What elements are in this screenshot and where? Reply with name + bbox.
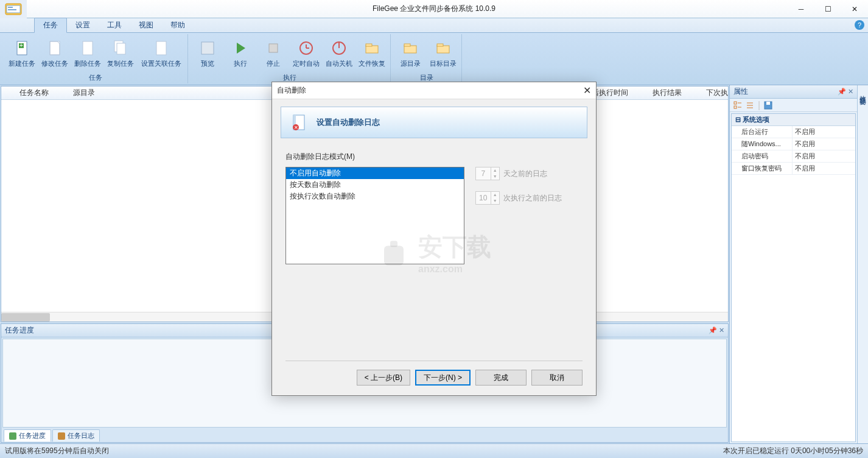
dialog-content: 自动删除日志模式(M) 不启用自动删除 按天数自动删除 按执行次数自动删除 ▲▼… (272, 143, 596, 361)
chevron-down-icon[interactable]: ▼ (491, 198, 499, 204)
dialog-button-row: < 上一步(B) 下一步(N) > 完成 取消 (272, 370, 596, 395)
chevron-down-icon[interactable]: ▼ (491, 174, 499, 180)
cancel-button[interactable]: 取消 (531, 370, 583, 386)
days-spinner[interactable]: ▲▼ (475, 167, 500, 180)
chevron-up-icon[interactable]: ▲ (491, 192, 499, 198)
auto-delete-dialog: 自动删除 ✕ ✕ 设置自动删除日志 自动删除日志模式(M) 不启用自动删除 按天… (271, 82, 597, 396)
chevron-up-icon[interactable]: ▲ (491, 167, 499, 174)
days-input[interactable] (476, 167, 491, 180)
svg-text:✕: ✕ (294, 125, 298, 130)
times-spinner[interactable]: ▲▼ (475, 191, 500, 205)
times-input[interactable] (476, 192, 491, 204)
next-button[interactable]: 下一步(N) > (415, 370, 471, 386)
finish-button[interactable]: 完成 (475, 370, 527, 386)
watermark: 安下载 anxz.com (377, 230, 491, 274)
times-label: 次执行之前的日志 (503, 193, 562, 203)
days-label: 天之前的日志 (503, 169, 547, 179)
dialog-close-button[interactable]: ✕ (583, 85, 591, 96)
log-delete-icon: ✕ (290, 113, 309, 132)
dialog-title: 自动删除 (277, 85, 306, 96)
svg-rect-39 (390, 241, 397, 247)
mode-label: 自动删除日志模式(M) (285, 152, 583, 162)
dialog-title-bar[interactable]: 自动删除 ✕ (272, 82, 596, 99)
list-item[interactable]: 按执行次数自动删除 (286, 191, 464, 202)
days-row: ▲▼ 天之前的日志 (475, 167, 583, 180)
list-item[interactable]: 不启用自动删除 (286, 167, 464, 179)
modal-overlay: 自动删除 ✕ ✕ 设置自动删除日志 自动删除日志模式(M) 不启用自动删除 按天… (0, 0, 868, 458)
list-item[interactable]: 按天数自动删除 (286, 179, 464, 191)
back-button[interactable]: < 上一步(B) (357, 370, 410, 386)
dialog-banner-title: 设置自动删除日志 (317, 117, 380, 128)
dialog-banner: ✕ 设置自动删除日志 (281, 107, 587, 138)
times-row: ▲▼ 次执行之前的日志 (475, 191, 583, 205)
